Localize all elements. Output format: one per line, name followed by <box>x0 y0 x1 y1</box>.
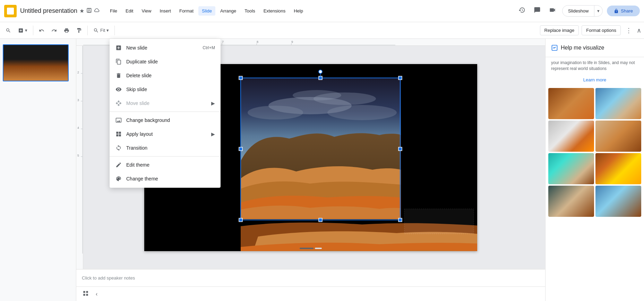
svg-rect-39 <box>398 218 402 222</box>
top-right: Slideshow ▾ Share <box>516 5 640 17</box>
svg-text:3: 3 <box>77 98 79 102</box>
replace-image-button[interactable]: Replace image <box>540 25 579 35</box>
new-slide-shortcut: Ctrl+M <box>203 45 215 50</box>
slide-dropdown-menu: New slide Ctrl+M Duplicate slide Delete … <box>110 39 221 188</box>
slide-thumbnail[interactable]: 1 <box>3 44 73 81</box>
duplicate-slide-icon <box>115 58 122 65</box>
menu-item-skip-slide[interactable]: Skip slide <box>110 82 221 96</box>
ai-image-2[interactable] <box>595 88 641 119</box>
svg-point-40 <box>319 70 322 73</box>
apply-layout-label: Apply layout <box>126 131 207 137</box>
menu-extensions[interactable]: Extensions <box>260 6 289 16</box>
history-button[interactable] <box>516 5 527 17</box>
toolbar-collapse-button[interactable]: ∧ <box>637 27 641 34</box>
add-slide-button[interactable]: ▾ <box>15 26 30 35</box>
svg-rect-32 <box>239 76 242 80</box>
svg-text:9: 9 <box>291 40 293 44</box>
ai-image-6[interactable] <box>595 153 641 184</box>
star-icon[interactable]: ★ <box>79 8 84 14</box>
right-panel: Help me visualize your imagination to li… <box>545 39 644 301</box>
ai-image-8[interactable] <box>595 186 641 217</box>
menu-divider-2 <box>110 156 221 157</box>
toolbar: ▾ Fit ▾ Replace image Format options ⋮ ∧ <box>0 22 644 39</box>
move-slide-label: Move slide <box>126 100 207 106</box>
svg-rect-35 <box>239 147 242 151</box>
undo-button[interactable] <box>36 26 47 35</box>
ai-image-1[interactable] <box>548 88 594 119</box>
svg-rect-38 <box>319 218 322 222</box>
toolbar-right: Replace image Format options ⋮ ∧ <box>540 25 641 36</box>
menu-help[interactable]: Help <box>290 6 307 16</box>
doc-title-area: Untitled presentation ★ <box>20 7 100 15</box>
svg-text:2: 2 <box>77 71 79 74</box>
menu-tools[interactable]: Tools <box>241 6 258 16</box>
ruler-vertical: 2 3 4 5 <box>76 46 83 269</box>
svg-rect-36 <box>398 147 402 151</box>
change-background-icon <box>115 117 122 124</box>
menu-slide[interactable]: Slide <box>198 6 215 16</box>
top-bar: Untitled presentation ★ File Edit View I… <box>0 0 644 22</box>
toolbar-separator-2 <box>87 26 88 35</box>
menu-edit[interactable]: Edit <box>122 6 137 16</box>
meet-button[interactable] <box>547 5 558 17</box>
share-button[interactable]: Share <box>607 6 640 16</box>
menu-item-new-slide[interactable]: New slide Ctrl+M <box>110 41 221 55</box>
svg-rect-34 <box>398 76 402 80</box>
share-label: Share <box>621 8 633 14</box>
zoom-label: Fit <box>100 28 105 33</box>
doc-title[interactable]: Untitled presentation <box>20 7 77 15</box>
svg-text:7: 7 <box>222 40 224 44</box>
skip-slide-label: Skip slide <box>126 87 215 92</box>
toolbar-separator-3 <box>114 26 115 35</box>
svg-text:5: 5 <box>77 154 79 157</box>
delete-slide-icon <box>115 72 122 79</box>
svg-point-27 <box>248 106 303 119</box>
transition-icon <box>115 144 122 151</box>
bottom-bar: ‹ <box>76 286 545 301</box>
comment-button[interactable] <box>532 5 543 17</box>
paint-format-button[interactable] <box>74 26 85 35</box>
move-slide-arrow: ▶ <box>211 100 215 106</box>
menu-divider-1 <box>110 112 221 112</box>
more-options-button[interactable]: ⋮ <box>624 25 634 36</box>
menu-item-change-background[interactable]: Change background <box>110 113 221 127</box>
menu-item-apply-layout[interactable]: Apply layout ▶ <box>110 127 221 141</box>
menu-file[interactable]: File <box>106 6 121 16</box>
grid-view-button[interactable] <box>80 288 91 300</box>
slideshow-button[interactable]: Slideshow <box>563 6 594 16</box>
menu-item-delete-slide[interactable]: Delete slide <box>110 69 221 82</box>
notes-bar[interactable]: Click to add speaker notes <box>76 269 545 286</box>
right-panel-header: Help me visualize <box>546 39 644 57</box>
menu-view[interactable]: View <box>138 6 155 16</box>
menu-bar: File Edit View Insert Format Slide Arran… <box>106 6 516 16</box>
learn-more-link[interactable]: Learn more <box>546 74 644 85</box>
print-button[interactable] <box>61 26 72 35</box>
ai-image-3[interactable] <box>548 121 594 152</box>
redo-button[interactable] <box>49 26 60 35</box>
ai-image-4[interactable] <box>595 121 641 152</box>
search-button[interactable] <box>3 26 14 35</box>
menu-format[interactable]: Format <box>176 6 197 16</box>
panel-subtitle: your imagination to life in Slides, and … <box>546 57 644 74</box>
menu-item-edit-theme[interactable]: Edit theme <box>110 158 221 172</box>
move-slide-icon <box>115 100 122 107</box>
menu-item-change-theme[interactable]: Change theme <box>110 172 221 186</box>
save-icon[interactable] <box>86 8 92 15</box>
ai-image-7[interactable] <box>548 186 594 217</box>
slideshow-dropdown-button[interactable]: ▾ <box>594 6 602 16</box>
ai-image-5[interactable] <box>548 153 594 184</box>
right-panel-title: Help me visualize <box>561 45 604 51</box>
change-background-label: Change background <box>126 117 215 123</box>
format-options-button[interactable]: Format options <box>582 25 621 35</box>
slides-panel: 1 <box>0 39 76 301</box>
slideshow-button-group: Slideshow ▾ <box>562 5 603 17</box>
zoom-button[interactable]: Fit ▾ <box>91 26 112 35</box>
notes-placeholder[interactable]: Click to add speaker notes <box>82 275 135 281</box>
menu-item-duplicate-slide[interactable]: Duplicate slide <box>110 55 221 69</box>
cloud-icon[interactable] <box>94 8 100 15</box>
menu-insert[interactable]: Insert <box>156 6 174 16</box>
menu-item-transition[interactable]: Transition <box>110 141 221 155</box>
menu-arrange[interactable]: Arrange <box>217 6 240 16</box>
new-slide-label: New slide <box>126 45 198 51</box>
panel-collapse-button[interactable]: ‹ <box>94 289 100 299</box>
